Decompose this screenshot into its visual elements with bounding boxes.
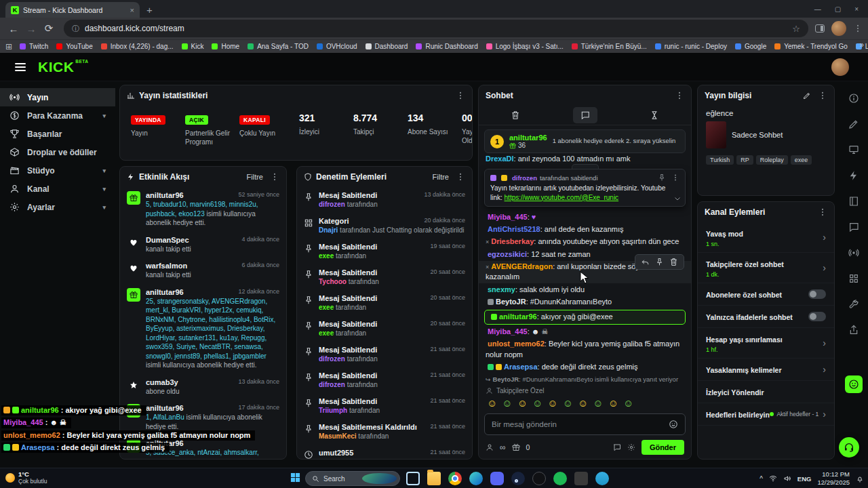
event-username[interactable]: aniltutar96 (146, 288, 184, 296)
tab-close-icon[interactable]: × (130, 6, 134, 14)
chrome-icon[interactable] (447, 470, 463, 487)
leaderboard-username[interactable]: aniltutar96 (509, 134, 547, 142)
chat-username[interactable]: AVENGERdragon (491, 262, 553, 270)
side-panel-icon[interactable] (815, 24, 825, 33)
bookmark-item[interactable]: Yemek - Trendyol Go (771, 41, 851, 52)
screen-icon[interactable] (845, 141, 863, 159)
chat-username[interactable]: DrexaDl (486, 155, 514, 163)
viewers-icon[interactable] (486, 443, 494, 451)
filter-button[interactable]: Filtre (247, 173, 263, 181)
banned-words-row[interactable]: Yasaklanmış kelimeler › (698, 359, 834, 381)
pinned-message[interactable]: difrozen tarafından sabitlendi Yayın tek… (484, 169, 686, 207)
toggle-switch[interactable] (808, 312, 826, 321)
edge-icon[interactable] (468, 470, 484, 487)
kebab-menu-icon[interactable] (675, 91, 684, 100)
filter-button[interactable]: Filtre (433, 173, 449, 181)
bookmark-item[interactable]: Dashboard (362, 41, 412, 52)
moderation-action[interactable]: Mesaj Sabitlendi 19 saat önce exee taraf… (297, 239, 472, 264)
quick-emote[interactable]: ☺ (593, 398, 603, 408)
sidebar-item-basarilar[interactable]: Başarılar (0, 125, 115, 143)
pinned-link[interactable]: https://www.youtube.com/@Exe_runic (505, 194, 619, 201)
emoji-picker-icon[interactable] (669, 420, 678, 429)
quick-emote[interactable]: ☺ (623, 398, 633, 408)
browser-profile-avatar[interactable] (831, 21, 846, 36)
chat-settings-icon[interactable] (845, 218, 863, 236)
bookmark-item[interactable]: Home (208, 41, 243, 52)
telegram-icon[interactable] (594, 470, 610, 487)
slow-mode-icon[interactable] (642, 107, 667, 123)
stream-tag[interactable]: Roleplay (756, 155, 788, 165)
site-info-icon[interactable]: ⓘ (72, 24, 79, 34)
action-actor[interactable]: difrozen (319, 355, 345, 363)
sidebar-item-droplar[interactable]: Droplar ve ödüller (0, 143, 115, 161)
chevron-right-icon[interactable]: › (823, 232, 826, 243)
mod-action-icon[interactable] (486, 264, 489, 270)
chat-message[interactable]: Arasepsa: dede değil direkt zeus gelmiş (479, 361, 691, 373)
host-viewers-row[interactable]: İzleyici Yönlendir › (698, 381, 834, 403)
bookmark-item[interactable]: Kick (178, 41, 208, 52)
window-maximize-icon[interactable]: ▢ (835, 5, 841, 13)
chat-message[interactable]: snexmy: salak oldum iyi oldu (479, 283, 691, 296)
action-actor[interactable]: exee (319, 304, 334, 311)
action-actor[interactable]: MasumKeci (319, 432, 357, 440)
bookmark-item[interactable]: YouTube (53, 41, 96, 52)
chat-username[interactable]: egzozsikici (488, 250, 527, 258)
chevron-right-icon[interactable]: › (823, 262, 826, 273)
clear-chat-icon[interactable] (503, 107, 528, 123)
chat-popout-icon[interactable] (613, 443, 621, 451)
sidebar-item-kanal[interactable]: Kanal ▾ (0, 180, 115, 198)
quick-emote[interactable]: ☺ (578, 398, 588, 408)
subscribers-only-row[interactable]: Abonelere özel sohbet › (698, 283, 834, 306)
gift-leaderboard-banner[interactable]: 1 aniltutar96 36 1 abonelik hediye edere… (484, 129, 686, 153)
moderation-action[interactable]: Kategori 20 dakika önce Dnajri tarafında… (297, 213, 472, 239)
stream-tag[interactable]: Turkish (706, 155, 734, 165)
window-close-icon[interactable]: × (854, 5, 859, 13)
discord-icon[interactable] (489, 470, 505, 487)
quick-actions-icon[interactable] (845, 167, 863, 184)
moderation-action[interactable]: Mesaj Sabitlendi 20 saat önce Tychooo ta… (297, 264, 472, 290)
activity-event[interactable]: DumanSpec 4 dakika önce kanalı takip ett… (120, 232, 286, 258)
kebab-menu-icon[interactable] (671, 174, 679, 182)
chat-message[interactable]: BeytoJR: #DununKahramanıBeyto (479, 296, 691, 308)
event-username[interactable]: DumanSpec (146, 236, 189, 244)
info-icon[interactable] (845, 89, 863, 107)
reactions-icon[interactable] (845, 375, 863, 393)
url-text[interactable]: dashboard.kick.com/stream (85, 24, 787, 33)
kebab-menu-icon[interactable] (456, 172, 465, 182)
kebab-menu-icon[interactable] (456, 91, 465, 100)
chat-username[interactable]: snexmy (488, 285, 515, 293)
chat-username[interactable]: Arasepsa (504, 363, 538, 371)
action-actor[interactable]: exee (319, 252, 334, 260)
activity-event[interactable]: aniltutar96 12 dakika önce 25, strangers… (120, 284, 286, 374)
chat-settings-gear-icon[interactable] (627, 443, 635, 451)
moderation-action[interactable]: umut2955 21 saat önce Triiumph tarafında… (297, 445, 472, 459)
stream-health-icon[interactable] (845, 244, 863, 262)
sidebar-item-studyo[interactable]: Stüdyo ▾ (0, 161, 115, 180)
chat-username[interactable]: BeytoJR (496, 298, 526, 306)
obs-icon[interactable] (531, 470, 547, 487)
wifi-icon[interactable] (769, 474, 777, 483)
stream-tag[interactable]: RP (736, 155, 753, 165)
chat-username[interactable]: unlost_memo62 (488, 340, 545, 348)
sidebar-item-para-kazanma[interactable]: Para Kazanma ▾ (0, 106, 115, 125)
bookmark-item[interactable]: Google (732, 41, 770, 52)
activity-event[interactable]: cumab3y 13 dakika önce abone oldu (120, 374, 286, 401)
language-indicator[interactable]: ENG (797, 475, 812, 483)
bookmark-item[interactable]: Logo İşbaşı v3 - Satı... (483, 41, 567, 52)
address-bar[interactable]: ⓘ dashboard.kick.com/stream ☆ (64, 20, 808, 37)
clock[interactable]: 10:12 PM 12/29/2025 (817, 470, 850, 487)
chat-message[interactable]: Miyiba_445: ☻ ☠ (479, 326, 691, 338)
quick-emote[interactable]: ☺ (487, 398, 497, 408)
moderation-action[interactable]: Mesaj Sabitlemesi Kaldırıldı 21 saat önc… (297, 419, 472, 445)
sidebar-item-ayarlar[interactable]: Ayarlar ▾ (0, 198, 115, 216)
category-name[interactable]: Sadece Sohbet (732, 131, 783, 139)
activity-event[interactable]: aniltutar96 52 saniye önce 5, trubadur10… (120, 187, 286, 232)
volume-icon[interactable] (783, 474, 791, 483)
chat-username[interactable]: BeytoJR (493, 375, 519, 383)
chat-message-input[interactable]: Bir mesaj gönderin (484, 413, 686, 435)
bookmark-item[interactable]: Runic Dashboard (412, 41, 481, 52)
mod-action-icon[interactable] (486, 376, 491, 383)
moderation-action[interactable]: Mesaj Sabitlendi 21 saat önce Triiumph t… (297, 393, 472, 419)
edit-icon[interactable] (803, 92, 811, 100)
tray-expand-icon[interactable]: ^ (760, 475, 763, 483)
